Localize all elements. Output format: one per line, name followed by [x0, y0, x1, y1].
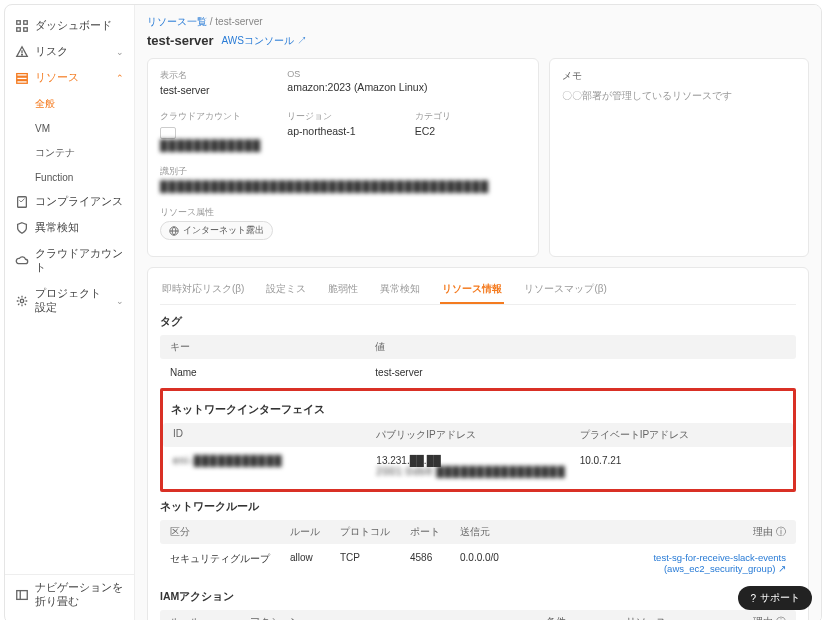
- support-label: サポート: [760, 591, 800, 605]
- section-iam: IAMアクション: [160, 590, 796, 604]
- tab-immediate-risk[interactable]: 即時対応リスク(β): [160, 276, 246, 304]
- tab-anomaly[interactable]: 異常検知: [378, 276, 422, 304]
- col-header: アクション: [250, 615, 546, 620]
- label: リージョン: [287, 110, 398, 123]
- info-icon[interactable]: ⓘ: [776, 615, 786, 620]
- chevron-down-icon: ⌄: [116, 296, 124, 306]
- memo-card: メモ 〇〇部署が管理しているリソースです: [549, 58, 809, 257]
- cell: allow: [290, 552, 340, 574]
- nav-dashboard[interactable]: ダッシュボード: [5, 13, 134, 39]
- col-header: キー: [170, 340, 375, 354]
- page-title-text: test-server: [147, 33, 214, 48]
- nav-label: コンテナ: [35, 146, 75, 160]
- col-header: プライベートIPアドレス: [580, 428, 783, 442]
- shield-icon: [15, 221, 29, 235]
- cloud-icon: [15, 254, 29, 268]
- col-header: 区分: [170, 525, 290, 539]
- detail-card: 即時対応リスク(β) 設定ミス 脆弱性 異常検知 リソース情報 リソースマップ(…: [147, 267, 809, 620]
- value: ███████████████████████████████████████: [160, 180, 526, 192]
- col-header: ルール: [290, 525, 340, 539]
- svg-rect-2: [17, 28, 21, 32]
- cell: test-sg-for-receive-slack-events(aws_ec2…: [580, 552, 786, 574]
- rules-table: 区分 ルール プロトコル ポート 送信元 理由ⓘ セキュリティグループ allo…: [160, 520, 796, 582]
- cell: test-server: [375, 367, 786, 378]
- sg-link[interactable]: test-sg-for-receive-slack-events(aws_ec2…: [653, 552, 786, 574]
- nav-label: ダッシュボード: [35, 19, 112, 33]
- value: amazon:2023 (Amazon Linux): [287, 81, 526, 93]
- tabs: 即時対応リスク(β) 設定ミス 脆弱性 異常検知 リソース情報 リソースマップ(…: [160, 268, 796, 305]
- support-button[interactable]: ? サポート: [738, 586, 812, 610]
- nav-label: クラウドアカウント: [35, 247, 124, 275]
- chevron-down-icon: ⌄: [116, 47, 124, 57]
- col-header: ID: [173, 428, 376, 442]
- section-rules: ネットワークルール: [160, 500, 796, 514]
- nav-resource-function[interactable]: Function: [5, 166, 134, 189]
- aws-console-link[interactable]: AWSコンソール ↗: [222, 34, 307, 48]
- nav-resource-vm[interactable]: VM: [5, 117, 134, 140]
- svg-rect-1: [24, 21, 28, 25]
- nav-anomaly[interactable]: 異常検知: [5, 215, 134, 241]
- label: OS: [287, 69, 526, 79]
- memo-header: メモ: [562, 69, 796, 83]
- cell: eni-███████████: [173, 455, 376, 477]
- col-header: 値: [375, 340, 786, 354]
- nav-compliance[interactable]: コンプライアンス: [5, 189, 134, 215]
- nav-project-settings[interactable]: プロジェクト設定 ⌄: [5, 281, 134, 321]
- aws-icon: [160, 127, 176, 139]
- svg-point-10: [20, 299, 24, 303]
- resource-info-card: 表示名test-server OSamazon:2023 (Amazon Lin…: [147, 58, 539, 257]
- cell: 13.231.██.██2001:0db8:████████████████: [376, 455, 579, 477]
- breadcrumb-parent[interactable]: リソース一覧: [147, 16, 207, 27]
- nav-label: リソース: [35, 71, 79, 85]
- nav-cloud-account[interactable]: クラウドアカウント: [5, 241, 134, 281]
- col-header: 条件: [546, 615, 626, 620]
- page-title: test-server AWSコンソール ↗: [147, 33, 809, 48]
- svg-rect-9: [18, 197, 27, 208]
- memo-body[interactable]: 〇〇部署が管理しているリソースです: [562, 89, 796, 103]
- nav-label: Function: [35, 172, 73, 183]
- tags-table: キー 値 Name test-server: [160, 335, 796, 386]
- nav-resource-container[interactable]: コンテナ: [5, 140, 134, 166]
- nav-collapse[interactable]: ナビゲーションを折り畳む: [5, 575, 134, 615]
- tab-misconfig[interactable]: 設定ミス: [264, 276, 308, 304]
- resource-icon: [15, 71, 29, 85]
- col-header: 理由ⓘ: [706, 615, 786, 620]
- tab-resource-info[interactable]: リソース情報: [440, 276, 504, 304]
- question-icon: ?: [750, 593, 756, 604]
- col-header: 理由ⓘ: [580, 525, 786, 539]
- info-icon[interactable]: ⓘ: [776, 525, 786, 539]
- nav-label: 全般: [35, 97, 55, 111]
- table-row: Name test-server: [160, 359, 796, 386]
- cell: セキュリティグループ: [170, 552, 290, 574]
- value: EC2: [415, 125, 526, 137]
- badge-text: インターネット露出: [183, 224, 264, 237]
- col-header: パブリックIPアドレス: [376, 428, 579, 442]
- value: ████████████: [160, 125, 271, 151]
- globe-icon: [169, 226, 179, 236]
- nav-resource[interactable]: リソース ⌃: [5, 65, 134, 91]
- tab-vuln[interactable]: 脆弱性: [326, 276, 360, 304]
- label: 識別子: [160, 165, 526, 178]
- warning-icon: [15, 45, 29, 59]
- tab-resource-map[interactable]: リソースマップ(β): [522, 276, 608, 304]
- sidebar: ダッシュボード リスク ⌄ リソース ⌃ 全般 VM コンテナ Function…: [5, 5, 135, 620]
- col-header: リソース: [626, 615, 706, 620]
- main-content: リソース一覧 / test-server test-server AWSコンソー…: [135, 5, 821, 620]
- svg-rect-8: [17, 81, 28, 84]
- nav-label: ナビゲーションを折り畳む: [35, 581, 124, 609]
- nav-resource-all[interactable]: 全般: [5, 91, 134, 117]
- col-header: プロトコル: [340, 525, 410, 539]
- cell: 0.0.0.0/0: [460, 552, 580, 574]
- cell: 10.0.7.21: [580, 455, 783, 477]
- col-header: 送信元: [460, 525, 580, 539]
- value: test-server: [160, 84, 271, 96]
- collapse-icon: [15, 588, 29, 602]
- svg-rect-6: [17, 74, 28, 77]
- col-header: ポート: [410, 525, 460, 539]
- svg-rect-7: [17, 77, 28, 80]
- svg-point-5: [22, 54, 23, 55]
- nav-label: VM: [35, 123, 50, 134]
- nav-risk[interactable]: リスク ⌄: [5, 39, 134, 65]
- cell: TCP: [340, 552, 410, 574]
- table-row: セキュリティグループ allow TCP 4586 0.0.0.0/0 test…: [160, 544, 796, 582]
